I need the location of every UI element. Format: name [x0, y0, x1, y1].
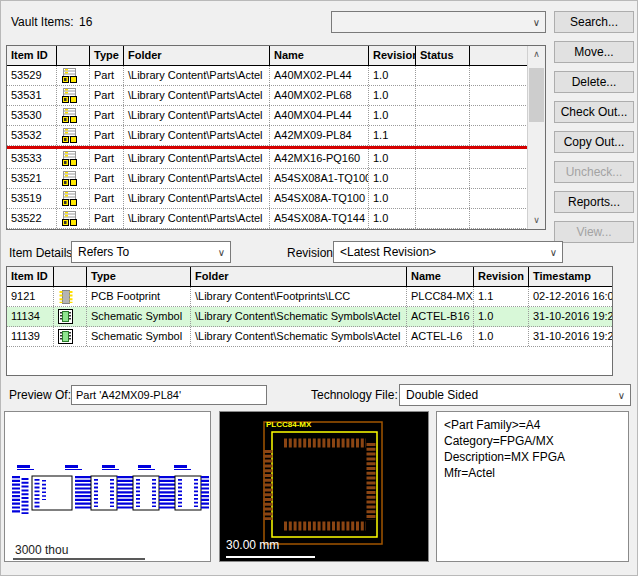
search-button[interactable]: Search... [554, 11, 634, 33]
cell-status [416, 86, 470, 105]
vault-table-scrollbar[interactable]: ∧ ∨ [527, 46, 545, 229]
cell-status [416, 149, 470, 168]
cell-icon [57, 106, 90, 125]
scroll-up-button[interactable]: ∧ [528, 46, 545, 63]
column-header-status[interactable]: Status [416, 46, 470, 65]
filter-dropdown[interactable]: ∨ [331, 11, 546, 33]
reports-button[interactable]: Reports... [554, 191, 634, 213]
table-row[interactable]: 53519 Part \Library Content\Parts\Actel … [7, 189, 528, 209]
part-icon [61, 171, 78, 187]
column-header-timestamp[interactable]: Timestamp [529, 267, 612, 286]
details-table-header[interactable]: Item ID Type Folder Name Revision Timest… [7, 267, 612, 287]
cell-name: PLCC84-MX [407, 287, 474, 306]
table-row[interactable]: 53530 Part \Library Content\Parts\Actel … [7, 106, 528, 126]
chevron-down-icon: ∨ [550, 243, 557, 263]
cell-timestamp: 02-12-2016 16:08:1 [529, 287, 612, 306]
cell-item-id: 9121 [7, 287, 54, 306]
column-header-filler [470, 46, 528, 65]
column-header-type[interactable]: Type [87, 267, 191, 286]
column-header-revision[interactable]: Revision [474, 267, 529, 286]
vault-items-table: Item ID Type Folder Name Revision Status… [6, 45, 546, 230]
cell-revision: 1.0 [369, 86, 416, 105]
schematic-symbol-icon [58, 309, 73, 324]
cell-icon [57, 169, 90, 188]
cell-timestamp: 31-10-2016 19:25:4 [529, 307, 612, 326]
table-row[interactable]: 53531 Part \Library Content\Parts\Actel … [7, 86, 528, 106]
cell-revision: 1.0 [474, 327, 529, 346]
cell-item-id: 11139 [7, 327, 54, 346]
column-header-revision[interactable]: Revision [369, 46, 416, 65]
preview-of-field[interactable]: Part 'A42MX09-PL84' [71, 385, 267, 405]
cell-folder: \Library Content\Parts\Actel [124, 209, 270, 228]
cell-folder: \Library Content\Parts\Actel [124, 169, 270, 188]
cell-timestamp: 31-10-2016 19:25:4 [529, 327, 612, 346]
footprint-icon [58, 289, 74, 305]
table-row[interactable]: 9121 PCB Footprint \Library Content\Foot… [7, 287, 612, 307]
cell-status [416, 66, 470, 85]
cell-icon [57, 189, 90, 208]
cell-type: Schematic Symbol [87, 327, 191, 346]
vault-table-header[interactable]: Item ID Type Folder Name Revision Status [7, 46, 528, 66]
cell-type: Part [90, 126, 124, 145]
cell-filler [470, 209, 528, 228]
vault-explorer-dialog: Vault Items: 16 ∨ Search... Move... Dele… [0, 0, 638, 576]
cell-filler [470, 169, 528, 188]
cell-folder: \Library Content\Parts\Actel [124, 66, 270, 85]
item-details-value: Refers To [78, 245, 129, 259]
scroll-down-button[interactable]: ∨ [528, 212, 545, 229]
technology-file-dropdown[interactable]: Double Sided ∨ [399, 384, 631, 406]
column-header-folder[interactable]: Folder [191, 267, 407, 286]
property-line: Description=MX FPGA [444, 449, 621, 465]
table-row[interactable]: 53521 Part \Library Content\Parts\Actel … [7, 169, 528, 189]
cell-item-id: 11134 [7, 307, 54, 326]
column-header-item-id[interactable]: Item ID [7, 46, 57, 65]
column-header-type[interactable]: Type [90, 46, 124, 65]
cell-icon [57, 149, 90, 168]
delete-button[interactable]: Delete... [554, 71, 634, 93]
column-header-name[interactable]: Name [270, 46, 369, 65]
item-details-label: Item Details: [9, 246, 76, 260]
cell-folder: \Library Content\Schematic Symbols\Actel [191, 327, 407, 346]
footprint-preview-image: PLCC84-MX 30.00 mm [220, 412, 428, 561]
cell-type: Part [90, 209, 124, 228]
cell-folder: \Library Content\Parts\Actel [124, 106, 270, 125]
footprint-name-label: PLCC84-MX [266, 420, 312, 429]
cell-type: Part [90, 149, 124, 168]
table-row-focused[interactable]: 53532 Part \Library Content\Parts\Actel … [7, 126, 528, 146]
property-line: Mfr=Actel [444, 465, 621, 481]
revision-dropdown[interactable]: <Latest Revision> ∨ [333, 241, 563, 263]
cell-revision: 1.0 [369, 66, 416, 85]
cell-icon [57, 126, 90, 145]
cell-revision: 1.1 [369, 126, 416, 145]
schematic-preview-image: 3000 thou [5, 412, 210, 561]
cell-filler [470, 66, 528, 85]
column-header-icon[interactable] [57, 46, 90, 65]
table-row[interactable]: 53533 Part \Library Content\Parts\Actel … [7, 149, 528, 169]
table-row[interactable]: 11139 Schematic Symbol \Library Content\… [7, 327, 612, 347]
cell-type: Part [90, 169, 124, 188]
cell-icon [57, 86, 90, 105]
column-header-folder[interactable]: Folder [124, 46, 270, 65]
cell-name: A40MX02-PL68 [270, 86, 369, 105]
cell-name: A42MX09-PL84 [270, 126, 369, 145]
scrollbar-thumb[interactable] [529, 68, 544, 122]
column-header-name[interactable]: Name [407, 267, 474, 286]
technology-file-label: Technology File: [311, 388, 398, 402]
part-icon [61, 151, 78, 167]
check-out-button[interactable]: Check Out... [554, 101, 634, 123]
cell-name: A42MX16-PQ160 [270, 149, 369, 168]
move-button[interactable]: Move... [554, 41, 634, 63]
table-row-highlighted[interactable]: 11134 Schematic Symbol \Library Content\… [7, 307, 612, 327]
column-header-icon[interactable] [54, 267, 87, 286]
cell-revision: 1.0 [369, 149, 416, 168]
cell-revision: 1.0 [369, 209, 416, 228]
revision-label: Revision: [287, 246, 336, 260]
item-details-dropdown[interactable]: Refers To ∨ [71, 241, 231, 263]
property-line: Category=FPGA/MX [444, 433, 621, 449]
table-row[interactable]: 53529 Part \Library Content\Parts\Actel … [7, 66, 528, 86]
technology-file-value: Double Sided [406, 388, 478, 402]
column-header-item-id[interactable]: Item ID [7, 267, 54, 286]
table-row[interactable]: 53522 Part \Library Content\Parts\Actel … [7, 209, 528, 229]
copy-out-button[interactable]: Copy Out... [554, 131, 634, 153]
part-icon [61, 128, 78, 144]
